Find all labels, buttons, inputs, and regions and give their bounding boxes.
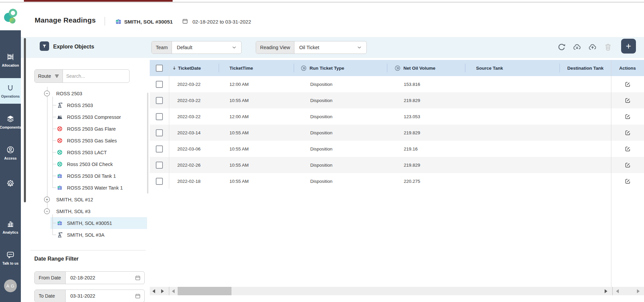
flow-icon bbox=[6, 83, 15, 92]
cloud-upload-icon bbox=[588, 43, 597, 52]
scroll-right-button[interactable] bbox=[605, 289, 607, 293]
pumpjack-icon bbox=[57, 102, 63, 108]
scroll-right-button[interactable] bbox=[161, 289, 164, 293]
horizontal-scrollbar bbox=[150, 287, 644, 295]
edit-reading-button[interactable] bbox=[624, 97, 631, 104]
panel-divider bbox=[30, 250, 146, 250]
tree-item[interactable]: − SMITH, SOL #3 bbox=[21, 205, 147, 217]
row-checkbox[interactable] bbox=[156, 178, 163, 185]
add-reading-button[interactable]: + bbox=[621, 39, 636, 54]
table-row: 2022-02-18 10:55 AM Disposition 220.275 bbox=[150, 173, 644, 189]
horizontal-scrollbar-thumb[interactable] bbox=[178, 287, 231, 295]
row-checkbox[interactable] bbox=[156, 113, 163, 120]
sidebar-item-gear-icon[interactable] bbox=[0, 171, 21, 197]
app-logo[interactable] bbox=[3, 7, 20, 27]
tree-item[interactable]: ROSS 2503 Gas Sales bbox=[21, 135, 147, 146]
column-header-source-tank[interactable]: Source Tank bbox=[465, 60, 560, 76]
edit-reading-button[interactable] bbox=[624, 146, 631, 152]
edit-reading-button[interactable] bbox=[624, 130, 631, 136]
edit-reading-button[interactable] bbox=[624, 113, 631, 120]
select-all-checkbox[interactable] bbox=[156, 65, 163, 72]
tree-item[interactable]: + SMITH, SOL #12 bbox=[21, 194, 147, 205]
cell-actions bbox=[611, 141, 644, 157]
column-label: Run Ticket Type bbox=[310, 66, 344, 71]
tree-item[interactable]: ROSS 2503 bbox=[21, 99, 147, 111]
scroll-left-button[interactable] bbox=[616, 289, 619, 293]
row-checkbox[interactable] bbox=[156, 129, 163, 136]
table-row: 2022-02-26 10:55 AM Disposition 219.829 bbox=[150, 157, 644, 173]
search-input[interactable] bbox=[63, 73, 129, 79]
row-checkbox[interactable] bbox=[156, 81, 163, 88]
liquid-meter-icon bbox=[57, 149, 63, 156]
header-divider bbox=[105, 17, 105, 26]
collapse-icon[interactable]: − bbox=[44, 91, 50, 96]
column-label: TicketTime bbox=[229, 66, 253, 71]
tree-item-label: SMITH, SOL #3A bbox=[67, 232, 104, 238]
avatar[interactable]: A G bbox=[4, 279, 17, 292]
cell-ticket-date: 2022-03-22 bbox=[169, 92, 219, 108]
sidebar-item-talk-to-us[interactable]: Talk to us bbox=[0, 245, 21, 271]
sidebar-item-operations[interactable]: Operations bbox=[0, 78, 21, 104]
column-label: Source Tank bbox=[476, 66, 503, 71]
cell-destination-tank bbox=[560, 173, 611, 189]
cell-destination-tank bbox=[560, 141, 611, 157]
tree-item[interactable]: ROSS 2503 Oil Tank 1 bbox=[21, 170, 147, 182]
calendar-icon[interactable] bbox=[135, 275, 141, 281]
tree-item[interactable]: − ROSS 2503 bbox=[21, 88, 147, 99]
scroll-left-button[interactable] bbox=[152, 289, 155, 293]
collapse-icon[interactable]: − bbox=[44, 208, 50, 214]
sidebar-item-allocation[interactable]: Allocation bbox=[0, 47, 21, 73]
route-filter-button[interactable]: Route bbox=[35, 70, 63, 82]
tree-item-label: SMITH, SOL #30051 bbox=[67, 221, 112, 226]
cell-net-oil-volume: 220.275 bbox=[387, 173, 465, 189]
tree-item[interactable]: ROSS 2503 Water Tank 1 bbox=[21, 182, 147, 194]
panel-vertical-scrollbar[interactable] bbox=[147, 93, 148, 194]
sidebar-item-analytics[interactable]: Analytics bbox=[0, 214, 21, 240]
cloud-download-button[interactable] bbox=[573, 43, 581, 52]
tank-icon bbox=[57, 184, 63, 191]
sidebar-item-label: Access bbox=[4, 156, 17, 160]
to-date-input[interactable] bbox=[66, 293, 135, 299]
sidebar-item-components[interactable]: Components bbox=[0, 109, 21, 135]
row-checkbox[interactable] bbox=[156, 145, 163, 153]
cell-ticket-time: 10:55 AM bbox=[219, 157, 294, 173]
trash-button[interactable] bbox=[604, 43, 612, 52]
scroll-left-button[interactable] bbox=[172, 289, 175, 293]
column-header-run-ticket-type[interactable]: Run Ticket Type bbox=[294, 60, 387, 76]
column-label: TicketDate bbox=[178, 66, 201, 71]
cloud-upload-button[interactable] bbox=[588, 43, 597, 52]
vertical-scrollbar[interactable] bbox=[24, 38, 26, 202]
column-header-ticketdate[interactable]: TicketDate bbox=[169, 60, 219, 76]
sidebar-item-access[interactable]: Access bbox=[0, 140, 21, 166]
tree-item[interactable]: SMITH, SOL #30051 bbox=[21, 217, 147, 229]
column-header-net-oil-volume[interactable]: Net Oil Volume bbox=[387, 60, 465, 76]
team-select[interactable]: Team Default bbox=[151, 41, 242, 54]
from-date-input[interactable] bbox=[66, 275, 135, 280]
cell-ticket-date: 2022-03-06 bbox=[169, 141, 219, 157]
edit-reading-button[interactable] bbox=[624, 178, 631, 184]
tree-item[interactable]: ROSS 2503 Gas Flare bbox=[21, 123, 147, 135]
cell-destination-tank bbox=[560, 157, 611, 173]
calendar-icon[interactable] bbox=[135, 293, 141, 299]
expand-icon[interactable]: + bbox=[44, 197, 50, 202]
collapse-column-icon[interactable] bbox=[300, 65, 307, 71]
tree-item[interactable]: SMITH, SOL #3A bbox=[21, 229, 147, 241]
tree-item-label: SMITH, SOL #3 bbox=[56, 209, 91, 214]
edit-reading-button[interactable] bbox=[624, 162, 631, 168]
row-checkbox[interactable] bbox=[156, 97, 163, 104]
edit-icon bbox=[624, 81, 631, 88]
explore-filter-button[interactable] bbox=[40, 41, 49, 51]
tree-item[interactable]: ROSS 2503 LACT bbox=[21, 146, 147, 158]
column-header-tickettime[interactable]: TicketTime bbox=[219, 60, 294, 76]
edit-reading-button[interactable] bbox=[624, 81, 631, 88]
scroll-right-button[interactable] bbox=[637, 289, 640, 293]
collapse-column-icon[interactable] bbox=[394, 65, 401, 71]
tree-item[interactable]: Ross 2503 Oil Check bbox=[21, 158, 147, 170]
row-checkbox-cell bbox=[150, 108, 169, 125]
reading-view-select[interactable]: Reading View Oil Ticket bbox=[256, 41, 367, 54]
tree-item-label: ROSS 2503 bbox=[56, 91, 82, 96]
row-checkbox[interactable] bbox=[156, 162, 163, 169]
refresh-button[interactable] bbox=[557, 43, 566, 52]
tree-item[interactable]: ROSS 2503 Compressor bbox=[21, 111, 147, 123]
column-header-destination-tank[interactable]: Destination Tank bbox=[560, 60, 611, 76]
